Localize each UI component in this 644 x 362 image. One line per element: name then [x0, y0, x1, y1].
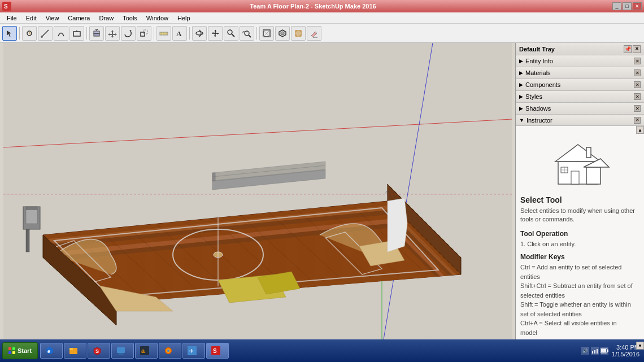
styles-header[interactable]: ▶ Styles ✕: [516, 91, 644, 102]
minimize-button[interactable]: _: [612, 2, 621, 10]
svg-marker-82: [555, 145, 601, 162]
svg-rect-5: [73, 32, 80, 36]
xray-button[interactable]: [259, 26, 274, 41]
taskbar-item-firefox[interactable]: [159, 343, 181, 359]
shadows-label: Shadows: [525, 105, 551, 112]
materials-close[interactable]: ✕: [634, 69, 641, 76]
svg-rect-9: [141, 32, 145, 36]
shadows-header[interactable]: ▶ Shadows ✕: [516, 103, 644, 114]
tray-close-button[interactable]: ✕: [633, 45, 641, 53]
text-tool-button[interactable]: A: [172, 26, 187, 41]
svg-rect-31: [3, 43, 512, 350]
instructor-section: ▼ Instructor ✕ ▲: [516, 115, 644, 350]
shadows-close[interactable]: ✕: [634, 105, 641, 112]
svg-text:S: S: [4, 3, 8, 10]
canvas-svg: [0, 43, 515, 350]
toolbar-separator-5: [256, 27, 257, 40]
materials-section: ▶ Materials ✕: [516, 67, 644, 79]
menu-draw[interactable]: Draw: [94, 14, 118, 23]
select-tool-button[interactable]: [2, 26, 17, 41]
entity-info-arrow: ▶: [519, 58, 523, 64]
scale-button[interactable]: [137, 26, 151, 41]
eraser-button[interactable]: [307, 26, 321, 41]
svg-rect-85: [571, 171, 579, 184]
svg-text:✈: ✈: [189, 348, 194, 354]
svg-rect-96: [8, 347, 11, 350]
window-title: Team A Floor Plan-2 - SketchUp Make 2016: [14, 3, 612, 10]
instructor-header[interactable]: ▼ Instructor ✕: [516, 115, 644, 126]
panel-scroll-up[interactable]: ▲: [636, 126, 644, 134]
house-illustration: [520, 130, 635, 195]
instructor-close[interactable]: ✕: [634, 117, 641, 124]
paint-bucket-button[interactable]: [22, 26, 37, 41]
svg-rect-97: [12, 347, 15, 350]
taskbar-item-security[interactable]: S: [88, 343, 110, 359]
menu-view[interactable]: View: [41, 14, 64, 23]
svg-rect-122: [601, 349, 606, 352]
menu-window[interactable]: Window: [142, 14, 173, 23]
rotate-button[interactable]: [121, 26, 136, 41]
orbit-button[interactable]: [192, 26, 207, 41]
taskbar-item-ie[interactable]: e: [40, 343, 63, 359]
menu-file[interactable]: File: [2, 14, 21, 23]
svg-line-19: [232, 34, 234, 37]
toolbar-separator-2: [86, 27, 87, 40]
main-layout: Default Tray 📌 ✕ ▶ Entity Info ✕ ▶ Mater…: [0, 43, 644, 350]
taskbar-items: e S a ✈ S: [40, 343, 581, 359]
instructor-operation-title: Tool Operation: [520, 230, 635, 238]
styles-arrow: ▶: [519, 94, 523, 99]
maximize-button[interactable]: □: [623, 2, 632, 10]
panel-scroll-down[interactable]: ▼: [636, 342, 644, 350]
entity-info-header[interactable]: ▶ Entity Info ✕: [516, 55, 644, 67]
menu-camera[interactable]: Camera: [63, 14, 94, 23]
svg-text:a: a: [141, 347, 145, 354]
svg-text:e: e: [47, 348, 50, 354]
styles-close[interactable]: ✕: [634, 93, 641, 100]
material-button[interactable]: [291, 26, 306, 41]
taskbar-item-explorer[interactable]: [64, 343, 86, 359]
tape-measure-button[interactable]: [156, 26, 171, 41]
line-tool-button[interactable]: [38, 26, 53, 41]
svg-point-17: [215, 32, 216, 34]
menu-tools[interactable]: Tools: [118, 14, 142, 23]
menu-help[interactable]: Help: [173, 14, 195, 23]
component-button[interactable]: [275, 26, 290, 41]
components-close[interactable]: ✕: [634, 81, 641, 88]
taskbar-item-sketchup[interactable]: S: [206, 343, 229, 359]
materials-header[interactable]: ▶ Materials ✕: [516, 67, 644, 78]
sys-time: 3:40 PM 1/15/2016: [612, 344, 639, 357]
clock-date: 1/15/2016: [612, 351, 639, 357]
svg-rect-105: [117, 347, 125, 353]
pushpull-button[interactable]: [89, 26, 104, 41]
shapes-button[interactable]: [69, 26, 84, 41]
entity-info-close[interactable]: ✕: [634, 58, 641, 64]
viewport[interactable]: [0, 43, 515, 350]
menu-bar: File Edit View Camera Draw Tools Window …: [0, 12, 644, 24]
materials-arrow: ▶: [519, 70, 523, 76]
tray-pin-button[interactable]: 📌: [624, 45, 632, 53]
svg-marker-70: [212, 173, 215, 181]
zoom-extents-button[interactable]: [240, 26, 254, 41]
start-button[interactable]: Start: [2, 342, 38, 359]
instructor-operation-text: 1. Click on an entity.: [520, 239, 635, 249]
shadows-section: ▶ Shadows ✕: [516, 103, 644, 115]
taskbar-item-amazon[interactable]: a: [135, 343, 158, 359]
move-button[interactable]: [105, 26, 120, 41]
taskbar-item-app1[interactable]: ✈: [182, 343, 205, 359]
arc-tool-button[interactable]: [54, 26, 68, 41]
sound-icon: 🔊: [581, 347, 589, 355]
components-header[interactable]: ▶ Components ✕: [516, 79, 644, 90]
svg-rect-107: [118, 354, 124, 355]
menu-edit[interactable]: Edit: [21, 14, 41, 23]
tray-controls: 📌 ✕: [624, 45, 641, 53]
title-bar: S Team A Floor Plan-2 - SketchUp Make 20…: [0, 0, 644, 12]
taskbar-item-desktop[interactable]: [111, 343, 134, 359]
toolbar-separator-4: [189, 27, 190, 40]
svg-marker-28: [281, 32, 284, 35]
right-panel: Default Tray 📌 ✕ ▶ Entity Info ✕ ▶ Mater…: [515, 43, 644, 350]
pan-button[interactable]: [208, 26, 223, 41]
zoom-button[interactable]: [224, 26, 238, 41]
entity-info-label: Entity Info: [525, 58, 553, 64]
toolbar: A: [0, 24, 644, 43]
close-button[interactable]: ✕: [633, 2, 642, 10]
